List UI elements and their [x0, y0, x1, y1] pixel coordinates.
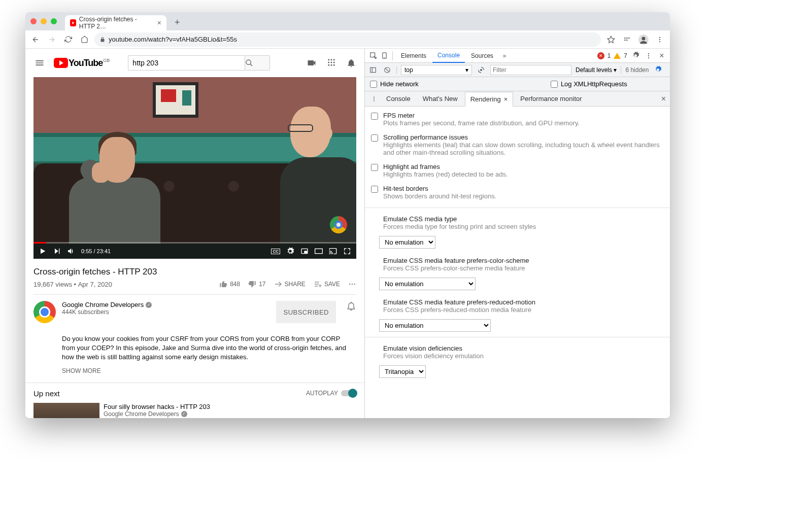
next-button[interactable]: [53, 247, 61, 255]
fullscreen-button[interactable]: [343, 247, 351, 255]
volume-button[interactable]: [67, 247, 75, 255]
vision-deficiency-option: Emulate vision deficienciesForces vision…: [365, 341, 670, 363]
svg-point-23: [349, 284, 351, 285]
drawer-tab-whatsnew[interactable]: What's New: [418, 92, 463, 106]
browser-menu-icon[interactable]: [654, 33, 666, 46]
channel-name[interactable]: Google Chrome Developers✓: [62, 301, 270, 308]
ad-frames-checkbox[interactable]: [371, 164, 378, 171]
window-maximize[interactable]: [51, 18, 57, 24]
lock-icon: [99, 37, 106, 43]
tab-elements[interactable]: Elements: [396, 49, 431, 62]
error-badge[interactable]: ✕: [597, 52, 604, 59]
omnibox[interactable]: youtube.com/watch?v=vfAHa5GBLio&t=55s: [94, 32, 601, 47]
drawer-tab-performance[interactable]: Performance monitor: [515, 92, 587, 106]
sidebar-toggle-icon[interactable]: [368, 65, 378, 75]
dislike-button[interactable]: 17: [248, 280, 265, 288]
next-video-item[interactable]: Four silly Four silly browser hacks - HT…: [25, 398, 364, 418]
drawer-tab-rendering[interactable]: Rendering×: [465, 92, 514, 107]
channel-avatar[interactable]: [33, 301, 56, 323]
star-icon[interactable]: [605, 33, 617, 46]
device-toggle-icon[interactable]: [379, 51, 389, 61]
search-button[interactable]: [245, 55, 270, 71]
notifications-icon[interactable]: [346, 58, 356, 68]
new-tab-button[interactable]: +: [175, 17, 180, 28]
rendering-panel: FPS meterPlots frames per second, frame …: [365, 107, 670, 418]
fps-meter-checkbox[interactable]: [371, 113, 378, 120]
more-tabs-icon[interactable]: »: [499, 51, 510, 61]
notification-bell-icon[interactable]: [346, 301, 356, 323]
drawer-menu-icon[interactable]: [369, 94, 379, 104]
subscribe-button[interactable]: SUBSCRIBED: [276, 301, 336, 323]
forward-button[interactable]: [46, 33, 58, 46]
media-type-option: Emulate CSS media typeForces media type …: [365, 212, 670, 234]
hit-test-checkbox[interactable]: [371, 186, 378, 193]
like-button[interactable]: 848: [219, 280, 240, 288]
hamburger-icon[interactable]: [33, 57, 46, 69]
close-tab-icon[interactable]: ×: [504, 95, 508, 103]
reduced-motion-select[interactable]: No emulation: [379, 319, 491, 332]
console-settings-icon[interactable]: [653, 65, 663, 75]
svg-point-35: [374, 98, 375, 99]
home-button[interactable]: [78, 33, 90, 46]
more-actions-icon[interactable]: [348, 280, 356, 288]
drawer-tab-console[interactable]: Console: [381, 92, 416, 106]
settings-button[interactable]: [286, 247, 294, 255]
inspect-icon[interactable]: [368, 51, 378, 61]
scrolling-perf-checkbox[interactable]: [371, 134, 378, 142]
time-display: 0:55 / 23:41: [81, 248, 111, 254]
miniplayer-button[interactable]: [300, 247, 309, 255]
svg-point-12: [331, 59, 332, 60]
profile-avatar[interactable]: [637, 33, 650, 46]
share-button[interactable]: SHARE: [274, 280, 306, 288]
tab-sources[interactable]: Sources: [466, 49, 498, 62]
devtools-panel: Elements Console Sources » ✕1 7 × top▾: [364, 49, 670, 418]
log-levels-dropdown[interactable]: Default levels ▾: [576, 66, 617, 74]
extensions-icon[interactable]: [621, 33, 633, 46]
hide-network-checkbox[interactable]: Hide network: [370, 80, 419, 88]
vision-deficiency-select[interactable]: Tritanopia: [379, 365, 426, 378]
autoplay-label: AUTOPLAY: [306, 390, 338, 397]
drawer-close-icon[interactable]: ×: [661, 94, 666, 104]
search-input[interactable]: [128, 55, 245, 71]
show-more-button[interactable]: SHOW MORE: [33, 367, 356, 374]
log-xhr-checkbox[interactable]: Log XMLHttpRequests: [551, 80, 627, 88]
save-button[interactable]: SAVE: [314, 280, 340, 288]
theater-button[interactable]: [315, 247, 323, 255]
filter-input[interactable]: [490, 65, 571, 75]
warning-badge[interactable]: [614, 53, 621, 59]
window-minimize[interactable]: [41, 18, 47, 24]
back-button[interactable]: [29, 33, 42, 46]
browser-tab[interactable]: Cross-origin fetches - HTTP 2… ×: [65, 15, 166, 30]
next-video-stats: 27K views • 1 year ago: [104, 418, 210, 418]
hidden-count[interactable]: 6 hidden: [625, 66, 649, 74]
video-player[interactable]: 0:55 / 23:41 CC: [33, 77, 356, 259]
tab-console[interactable]: Console: [432, 49, 465, 63]
tab-close-icon[interactable]: ×: [157, 19, 161, 27]
cast-button[interactable]: [329, 247, 337, 255]
devtools-settings-icon[interactable]: [630, 51, 640, 61]
youtube-logo[interactable]: YouTube GB: [54, 58, 110, 68]
clear-console-icon[interactable]: [382, 65, 392, 75]
svg-point-34: [374, 96, 375, 97]
captions-button[interactable]: CC: [271, 249, 280, 254]
svg-point-15: [331, 62, 332, 63]
play-button[interactable]: [39, 247, 47, 255]
reload-button[interactable]: [62, 33, 74, 46]
chrome-logo-overlay: [330, 216, 347, 233]
youtube-search: [128, 55, 270, 71]
context-selector[interactable]: top▾: [401, 65, 472, 75]
devtools-tabs: Elements Console Sources » ✕1 7 ×: [365, 49, 670, 63]
devtools-close-icon[interactable]: ×: [657, 51, 667, 61]
create-icon[interactable]: [307, 58, 317, 68]
svg-point-18: [331, 64, 332, 66]
autoplay-toggle[interactable]: [341, 390, 356, 396]
color-scheme-select[interactable]: No emulation: [379, 278, 476, 290]
verified-icon: ✓: [146, 302, 152, 308]
media-type-select[interactable]: No emulation: [379, 236, 435, 249]
video-description: Do you know your cookies from your CSRF …: [33, 334, 356, 362]
apps-icon[interactable]: [327, 58, 336, 68]
window-close[interactable]: [30, 18, 37, 24]
devtools-menu-icon[interactable]: [644, 51, 654, 61]
svg-rect-2: [628, 38, 630, 39]
live-expression-icon[interactable]: [476, 65, 486, 75]
